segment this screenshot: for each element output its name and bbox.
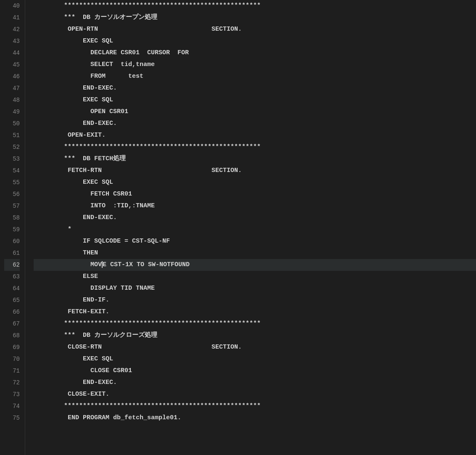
code-line-54: FETCH-RTN SECTION. [34, 165, 476, 177]
code-line-43: EXEC SQL [34, 35, 476, 47]
code-text-after-cursor: E CST-1X TO SW-NOTFOUND [103, 261, 190, 268]
code-line-55: EXEC SQL [34, 177, 476, 188]
code-line-62: MOVE CST-1X TO SW-NOTFOUND [34, 259, 476, 271]
code-line-60: IF SQLCODE = CST-SQL-NF [34, 235, 476, 247]
code-line-64: DISPLAY TID TNAME [34, 283, 476, 294]
line-number-64: 64 [4, 283, 20, 294]
code-line-73: CLOSE-EXIT. [34, 389, 476, 400]
code-line-65: END-IF. [34, 294, 476, 306]
code-line-42: OPEN-RTN SECTION. [34, 24, 476, 35]
line-number-66: 66 [4, 306, 20, 318]
line-number-73: 73 [4, 389, 20, 400]
line-number-41: 41 [4, 12, 20, 24]
code-line-57: INTO :TID,:TNAME [34, 200, 476, 212]
line-number-43: 43 [4, 35, 20, 47]
line-number-61: 61 [4, 247, 20, 259]
code-line-66: FETCH-EXIT. [34, 306, 476, 318]
code-editor: 4041424344454647484950515253545556575859… [0, 0, 476, 455]
code-line-75: END PROGRAM db_fetch_sample01. [34, 412, 476, 424]
code-line-46: FROM test [34, 71, 476, 82]
code-line-59: * [34, 224, 476, 235]
code-line-69: CLOSE-RTN SECTION. [34, 341, 476, 353]
line-number-50: 50 [4, 118, 20, 130]
line-number-59: 59 [4, 224, 20, 235]
line-number-45: 45 [4, 59, 20, 71]
line-number-54: 54 [4, 165, 20, 177]
line-number-67: 67 [4, 318, 20, 330]
line-number-57: 57 [4, 200, 20, 212]
line-number-71: 71 [4, 365, 20, 377]
code-line-70: EXEC SQL [34, 353, 476, 365]
line-number-74: 74 [4, 400, 20, 412]
code-line-74: ****************************************… [34, 400, 476, 412]
code-line-44: DECLARE CSR01 CURSOR FOR [34, 47, 476, 59]
code-line-71: CLOSE CSR01 [34, 365, 476, 377]
code-line-40: ****************************************… [34, 0, 476, 12]
line-number-70: 70 [4, 353, 20, 365]
line-number-49: 49 [4, 106, 20, 118]
line-number-47: 47 [4, 82, 20, 94]
code-line-48: EXEC SQL [34, 94, 476, 106]
code-line-72: END-EXEC. [34, 377, 476, 389]
line-number-63: 63 [4, 271, 20, 283]
code-line-56: FETCH CSR01 [34, 188, 476, 200]
line-number-42: 42 [4, 24, 20, 35]
line-number-56: 56 [4, 188, 20, 200]
code-line-58: END-EXEC. [34, 212, 476, 224]
line-number-55: 55 [4, 177, 20, 188]
line-numbers-gutter: 4041424344454647484950515253545556575859… [0, 0, 25, 455]
line-number-75: 75 [4, 412, 20, 424]
line-number-68: 68 [4, 330, 20, 341]
code-line-47: END-EXEC. [34, 82, 476, 94]
code-line-53: *** DB FETCH処理 [34, 153, 476, 165]
line-number-44: 44 [4, 47, 20, 59]
code-line-52: ****************************************… [34, 141, 476, 153]
line-number-52: 52 [4, 141, 20, 153]
line-number-60: 60 [4, 235, 20, 247]
code-line-50: END-EXEC. [34, 118, 476, 130]
line-number-46: 46 [4, 71, 20, 82]
line-number-40: 40 [4, 0, 20, 12]
code-line-61: THEN [34, 247, 476, 259]
line-number-65: 65 [4, 294, 20, 306]
code-line-51: OPEN-EXIT. [34, 130, 476, 141]
code-text-before-cursor: MOV [34, 261, 102, 268]
line-number-72: 72 [4, 377, 20, 389]
code-line-67: ****************************************… [34, 318, 476, 330]
line-number-62: 62 [4, 259, 20, 271]
code-line-41: *** DB カーソルオープン処理 [34, 12, 476, 24]
code-line-49: OPEN CSR01 [34, 106, 476, 118]
code-content-area[interactable]: ****************************************… [25, 0, 476, 455]
code-line-68: *** DB カーソルクローズ処理 [34, 330, 476, 341]
code-line-63: ELSE [34, 271, 476, 283]
code-line-45: SELECT tid,tname [34, 59, 476, 71]
line-number-51: 51 [4, 130, 20, 141]
line-number-58: 58 [4, 212, 20, 224]
line-number-48: 48 [4, 94, 20, 106]
line-number-69: 69 [4, 341, 20, 353]
line-number-53: 53 [4, 153, 20, 165]
